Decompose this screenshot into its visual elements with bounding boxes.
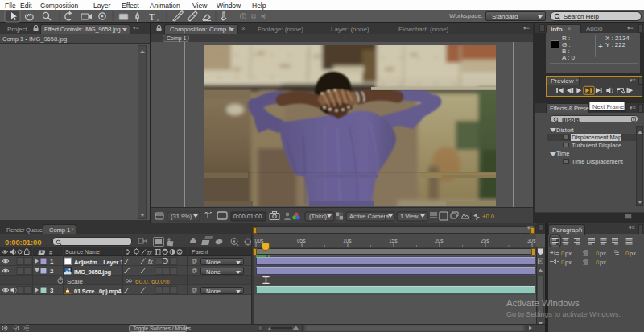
svg-text:fx: fx — [147, 249, 152, 256]
svg-text:0:00:01:00: 0:00:01:00 — [233, 213, 262, 220]
svg-text:3: 3 — [50, 287, 54, 294]
svg-text:2: 2 — [50, 268, 54, 275]
svg-text:+0.0: +0.0 — [482, 213, 494, 220]
svg-text:px: px — [565, 250, 572, 257]
svg-text:15s: 15s — [389, 238, 398, 243]
svg-text:px: px — [630, 250, 636, 257]
svg-text:0: 0 — [625, 250, 629, 257]
svg-text:0: 0 — [561, 250, 564, 257]
svg-text:Active Camera: Active Camera — [349, 213, 390, 220]
svg-text:0: 0 — [596, 250, 599, 257]
svg-text:fx: fx — [148, 258, 153, 265]
svg-text:#: # — [49, 249, 53, 256]
svg-text:10s: 10s — [343, 238, 352, 243]
svg-text:px: px — [600, 250, 606, 257]
svg-text:0: 0 — [596, 259, 599, 266]
svg-text:05s: 05s — [297, 238, 306, 243]
svg-text:IMG_9658.jpg: IMG_9658.jpg — [74, 268, 112, 276]
svg-text:px: px — [565, 259, 572, 266]
svg-text:T: T — [149, 11, 155, 23]
svg-text:0: 0 — [561, 259, 564, 266]
svg-text:30s: 30s — [527, 238, 536, 243]
svg-text:1 View: 1 View — [400, 213, 419, 220]
svg-text:20s: 20s — [435, 238, 444, 243]
svg-text:Scale: Scale — [67, 278, 84, 285]
svg-text:60.0, 60.0%: 60.0, 60.0% — [135, 278, 170, 285]
svg-text:1: 1 — [50, 258, 54, 265]
svg-text:px: px — [600, 259, 606, 266]
svg-text:Adjustm... Layer 1: Adjustm... Layer 1 — [74, 259, 123, 266]
svg-text:01 Scre...0p).mp4: 01 Scre...0p).mp4 — [74, 288, 122, 295]
svg-text:(31.9%): (31.9%) — [171, 213, 192, 220]
svg-text:(Third): (Third) — [309, 213, 328, 220]
svg-text:25s: 25s — [481, 238, 489, 243]
